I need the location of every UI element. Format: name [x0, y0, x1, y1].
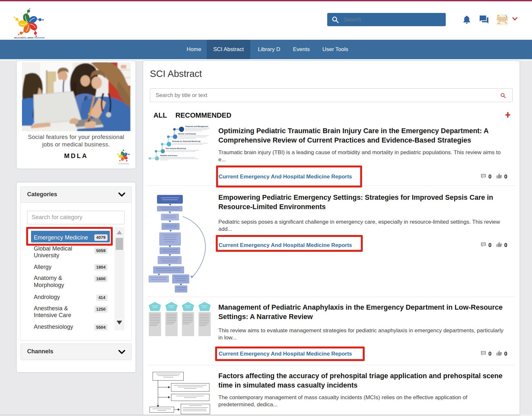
svg-text:FOR YOUR: FOR YOUR [498, 20, 506, 22]
svg-text:Treatment and Management: Treatment and Management [185, 125, 208, 127]
svg-text:MACAO DIGITAL LIBRARY ASSOCIAT: MACAO DIGITAL LIBRARY ASSOCIATION [14, 37, 45, 39]
svg-text:Stabilize and Assess: Stabilize and Assess [160, 155, 177, 156]
svg-text:Monitor and Evaluate: Monitor and Evaluate [178, 133, 196, 135]
svg-text:Non-invasive Monitoring: Non-invasive Monitoring [166, 147, 186, 149]
svg-text:Evaluate for Advanced Monitori: Evaluate for Advanced Monitoring [172, 140, 201, 142]
